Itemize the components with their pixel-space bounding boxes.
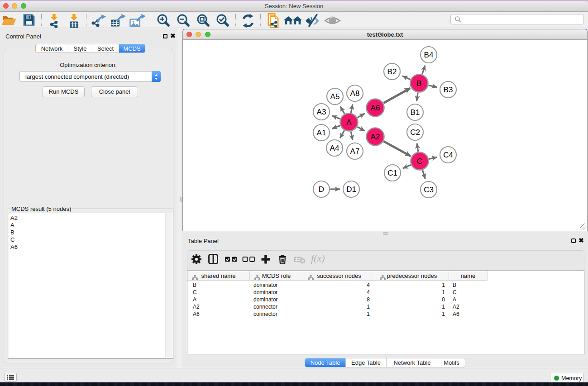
svg-text:B2: B2 xyxy=(387,67,397,76)
svg-text:C: C xyxy=(417,157,422,166)
svg-text:A3: A3 xyxy=(317,108,326,116)
svg-text:A5: A5 xyxy=(330,92,340,101)
svg-text:B4: B4 xyxy=(424,51,434,59)
svg-text:A1: A1 xyxy=(317,129,326,137)
svg-text:D1: D1 xyxy=(346,185,356,194)
svg-text:A7: A7 xyxy=(350,147,360,156)
svg-text:C1: C1 xyxy=(387,169,397,177)
svg-text:B1: B1 xyxy=(411,108,420,117)
svg-text:C4: C4 xyxy=(443,151,453,159)
svg-text:D: D xyxy=(319,185,324,194)
svg-text:A2: A2 xyxy=(371,133,380,141)
svg-text:C2: C2 xyxy=(410,128,420,137)
svg-text:A: A xyxy=(346,118,352,127)
svg-text:A8: A8 xyxy=(350,89,360,98)
svg-text:C3: C3 xyxy=(424,186,434,194)
svg-text:A4: A4 xyxy=(330,144,339,152)
svg-text:A6: A6 xyxy=(371,104,380,112)
svg-text:B3: B3 xyxy=(444,86,453,94)
svg-text:B: B xyxy=(416,79,421,88)
